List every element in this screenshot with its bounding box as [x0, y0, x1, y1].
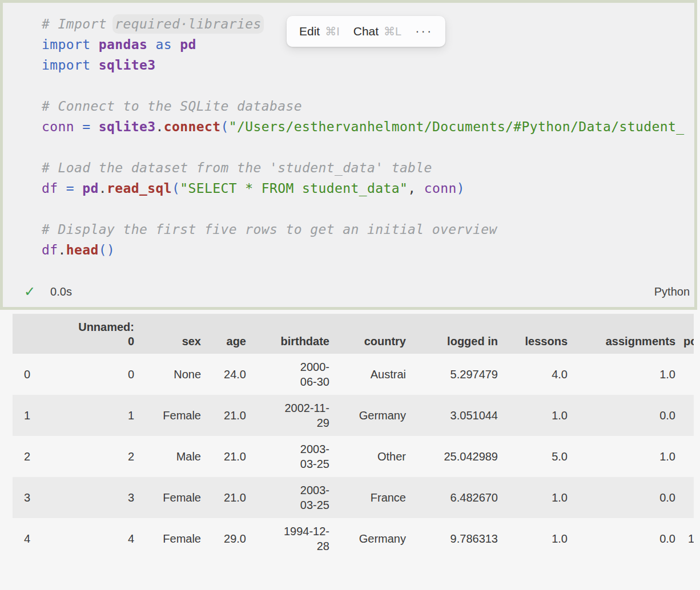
table-cell: Germany	[336, 395, 413, 436]
column-header: lessons	[505, 314, 574, 354]
code-token: (	[172, 181, 180, 196]
table-cell: 9.786313	[413, 518, 505, 559]
table-cell: 1.0	[505, 395, 574, 436]
table-cell: 2003- 03-25	[253, 477, 336, 518]
code-token: )	[457, 181, 465, 196]
table-cell: 25.042989	[413, 436, 505, 477]
code-token: pd	[82, 181, 99, 196]
code-line	[42, 199, 685, 219]
code-token: pd	[180, 37, 196, 52]
table-cell: 2	[57, 436, 141, 477]
table-cell: 5.297479	[413, 354, 505, 395]
language-selector[interactable]: Python	[654, 285, 690, 298]
table-cell: 3	[57, 477, 141, 518]
cell-status-bar: ✓ 0.0s Python	[24, 283, 690, 300]
table-cell: 21.0	[208, 395, 253, 436]
table-cell: 3.051044	[413, 395, 505, 436]
table-cell: 21.0	[208, 477, 253, 518]
code-token: read_sql	[107, 181, 172, 196]
chat-shortcut: ⌘L	[384, 25, 401, 38]
edit-button[interactable]: Edit ⌘I	[292, 25, 347, 38]
table-cell: 2000- 06-30	[253, 354, 336, 395]
table-cell: 2003- 03-25	[253, 436, 336, 477]
table-cell: Germany	[336, 518, 413, 559]
table-cell: 29.0	[208, 518, 253, 559]
table-cell: None	[141, 354, 208, 395]
table-cell: 4	[57, 518, 141, 559]
column-header: country	[336, 314, 413, 354]
code-token: conn	[42, 119, 74, 134]
code-token: sqlite3	[99, 119, 156, 134]
code-token: (	[220, 119, 228, 134]
code-token: df	[42, 243, 58, 257]
code-token: sqlite3	[99, 58, 156, 72]
table-cell: 21.0	[208, 436, 253, 477]
table-cell: 0.0	[574, 477, 682, 518]
chat-button[interactable]: Chat ⌘L	[347, 25, 408, 38]
code-token: =	[58, 181, 83, 196]
table-cell: 6.482670	[413, 477, 505, 518]
code-line: df.head()	[42, 240, 685, 260]
column-header: logged in	[413, 314, 505, 354]
table-cell: 4	[13, 518, 57, 559]
table-cell: 5.0	[505, 436, 574, 477]
code-token: .	[155, 119, 163, 134]
column-header: birthdate	[253, 314, 336, 354]
table-cell: Female	[141, 477, 208, 518]
table-cell: 3	[13, 477, 57, 518]
code-token: import	[42, 58, 99, 72]
table-cell: 2	[13, 436, 57, 477]
table-cell: 0.0	[574, 518, 682, 559]
table-row: 11Female21.02002-11- 29Germany3.0510441.…	[13, 395, 694, 436]
code-token: as	[147, 37, 180, 52]
code-line: # Load the dataset from the 'student_dat…	[42, 157, 685, 178]
code-token: connect	[164, 119, 221, 134]
column-header: assignments	[574, 314, 682, 354]
code-line: conn = sqlite3.connect("/Users/esthervan…	[42, 116, 685, 137]
code-token: .	[58, 243, 66, 257]
code-token: .	[99, 181, 107, 196]
column-header: Unnamed: 0	[57, 314, 141, 354]
table-cell: Other	[336, 436, 413, 477]
code-line: # Display the first five rows to get an …	[42, 219, 685, 240]
more-actions-button[interactable]: ···	[408, 24, 440, 39]
code-token: "/Users/esthervanhelmont/Documents/#Pyth…	[229, 119, 685, 134]
table-cell	[682, 395, 694, 436]
dataframe-table: Unnamed: 0sexagebirthdatecountrylogged i…	[13, 314, 694, 559]
code-token: ,	[408, 181, 424, 196]
table-cell: Female	[141, 395, 208, 436]
table-cell: 24.0	[208, 354, 253, 395]
code-token: "SELECT * FROM student_data"	[180, 181, 408, 196]
table-body: 00None24.02000- 06-30Austrai5.2974794.01…	[13, 354, 694, 559]
code-token: # Load the dataset from the 'student_dat…	[42, 160, 432, 175]
chat-button-label: Chat	[353, 25, 379, 38]
table-row: 22Male21.02003- 03-25Other25.0429895.01.…	[13, 436, 694, 477]
code-token: import	[42, 37, 99, 52]
table-cell: 4.0	[505, 354, 574, 395]
code-editor[interactable]: # Import required·librariesimport pandas…	[42, 14, 685, 260]
table-row: 44Female29.01994-12- 28Germany9.7863131.…	[13, 518, 694, 559]
edit-button-label: Edit	[299, 25, 320, 38]
dataframe-output: Unnamed: 0sexagebirthdatecountrylogged i…	[13, 314, 694, 560]
table-cell: 0.0	[574, 395, 682, 436]
table-cell: Female	[141, 518, 208, 559]
code-token: head	[66, 243, 99, 257]
table-cell: 1	[682, 518, 694, 559]
edit-shortcut: ⌘I	[325, 25, 340, 38]
table-cell	[682, 354, 694, 395]
table-cell: 1.0	[574, 354, 682, 395]
table-cell: 0	[57, 354, 141, 395]
column-header: sex	[141, 314, 208, 354]
column-header: age	[208, 314, 253, 354]
code-token: ()	[99, 243, 115, 257]
table-cell: 1.0	[505, 477, 574, 518]
table-cell: 1994-12- 28	[253, 518, 336, 559]
ellipsis-icon: ···	[415, 24, 433, 39]
cell-ai-toolbar: Edit ⌘I Chat ⌘L ···	[287, 16, 445, 47]
code-token: =	[74, 119, 99, 134]
code-line: # Connect to the SQLite database	[42, 96, 685, 116]
code-token: # Display the first five rows to get an …	[42, 222, 497, 237]
code-line	[42, 75, 685, 96]
column-header: po	[682, 314, 694, 354]
code-line	[42, 137, 685, 157]
